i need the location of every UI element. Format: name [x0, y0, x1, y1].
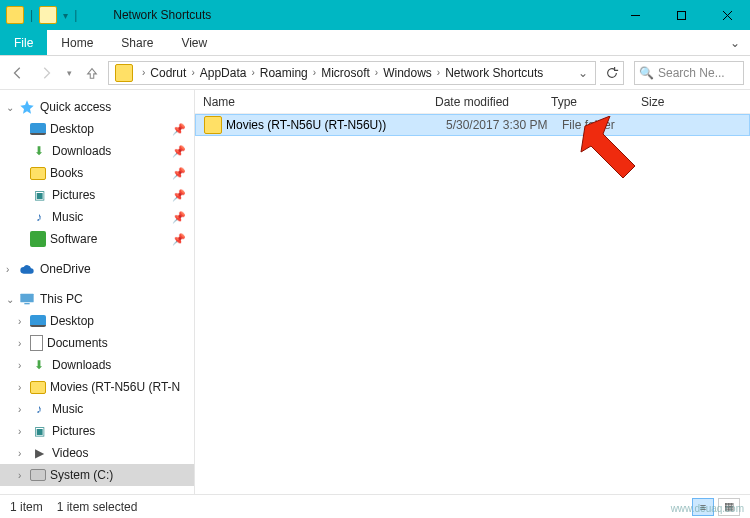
column-headers[interactable]: Name Date modified Type Size	[195, 90, 750, 114]
maximize-button[interactable]	[658, 0, 704, 30]
breadcrumb-item[interactable]: Roaming›	[260, 66, 321, 80]
file-rows: Movies (RT-N56U (RT-N56U)) 5/30/2017 3:3…	[195, 114, 750, 494]
folder-icon	[204, 116, 222, 134]
breadcrumb-item[interactable]: Network Shortcuts	[445, 66, 543, 80]
chevron-right-icon[interactable]: ›	[18, 338, 30, 349]
column-type[interactable]: Type	[543, 95, 633, 109]
watermark: www.deuaq.com	[671, 503, 744, 514]
onedrive-root[interactable]: › OneDrive	[0, 258, 194, 280]
close-button[interactable]	[704, 0, 750, 30]
desktop-icon	[30, 315, 46, 327]
thispc-root[interactable]: ⌄ This PC	[0, 288, 194, 310]
search-icon: 🔍	[639, 66, 654, 80]
chevron-right-icon[interactable]: ›	[18, 426, 30, 437]
ribbon-tabs: File Home Share View ⌄	[0, 30, 750, 56]
status-selected: 1 item selected	[57, 500, 138, 514]
thispc-label: This PC	[40, 292, 83, 306]
cloud-icon	[18, 260, 36, 278]
download-icon: ⬇	[30, 356, 48, 374]
folder-icon	[30, 167, 46, 180]
chevron-right-icon[interactable]: ›	[18, 448, 30, 459]
chevron-right-icon[interactable]: ›	[18, 470, 30, 481]
chevron-down-icon[interactable]: ⌄	[6, 102, 18, 113]
pin-icon: 📌	[172, 145, 190, 158]
software-icon	[30, 231, 46, 247]
file-type: File folder	[562, 118, 652, 132]
back-button[interactable]	[6, 61, 30, 85]
breadcrumb[interactable]: › Codrut› AppData› Roaming› Microsoft› W…	[108, 61, 596, 85]
sidebar-item[interactable]: › Movies (RT-N56U (RT-N	[0, 376, 194, 398]
sidebar-item-label: Desktop	[50, 314, 94, 328]
sidebar-item-label: Desktop	[50, 122, 94, 136]
sidebar-item[interactable]: Books 📌	[0, 162, 194, 184]
music-icon: ♪	[30, 208, 48, 226]
sidebar-item[interactable]: › ▶ Videos	[0, 442, 194, 464]
address-bar: ▾ › Codrut› AppData› Roaming› Microsoft›…	[0, 56, 750, 90]
quick-access-root[interactable]: ⌄ Quick access	[0, 96, 194, 118]
chevron-right-icon[interactable]: ›	[6, 264, 18, 275]
pin-icon: 📌	[172, 123, 190, 136]
download-icon: ⬇	[30, 142, 48, 160]
chevron-right-icon[interactable]: ›	[18, 382, 30, 393]
search-input[interactable]: 🔍 Search Ne...	[634, 61, 744, 85]
file-row[interactable]: Movies (RT-N56U (RT-N56U)) 5/30/2017 3:3…	[195, 114, 750, 136]
sidebar-item[interactable]: › System (C:)	[0, 464, 194, 486]
chevron-right-icon[interactable]: ›	[18, 404, 30, 415]
navigation-tree[interactable]: ⌄ Quick access Desktop 📌 ⬇ Downloads 📌 B…	[0, 90, 195, 494]
breadcrumb-item[interactable]: Microsoft›	[321, 66, 383, 80]
ribbon-expand-icon[interactable]: ⌄	[720, 30, 750, 55]
pictures-icon: ▣	[30, 186, 48, 204]
refresh-button[interactable]	[600, 61, 624, 85]
folder-icon	[6, 6, 24, 24]
chevron-right-icon[interactable]: ›	[18, 360, 30, 371]
column-name[interactable]: Name	[195, 95, 427, 109]
sidebar-item-label: Pictures	[52, 424, 95, 438]
sidebar-item[interactable]: › ▣ Pictures	[0, 420, 194, 442]
sidebar-item[interactable]: ▣ Pictures 📌	[0, 184, 194, 206]
crumb-sep[interactable]: ›	[137, 67, 150, 78]
pin-icon: 📌	[172, 189, 190, 202]
window-title: Network Shortcuts	[83, 8, 612, 22]
sidebar-item[interactable]: › ⬇ Downloads	[0, 354, 194, 376]
sidebar-item[interactable]: › Documents	[0, 332, 194, 354]
svg-rect-5	[24, 303, 29, 304]
breadcrumb-item[interactable]: Codrut›	[150, 66, 199, 80]
sidebar-item-label: Pictures	[52, 188, 95, 202]
column-date[interactable]: Date modified	[427, 95, 543, 109]
tab-view[interactable]: View	[167, 30, 221, 55]
breadcrumb-item[interactable]: AppData›	[200, 66, 260, 80]
tab-home[interactable]: Home	[47, 30, 107, 55]
address-dropdown-icon[interactable]: ⌄	[573, 66, 593, 80]
breadcrumb-item[interactable]: Windows›	[383, 66, 445, 80]
sidebar-item[interactable]: ⬇ Downloads 📌	[0, 140, 194, 162]
sidebar-item[interactable]: › ♪ Music	[0, 398, 194, 420]
sidebar-item[interactable]: Software 📌	[0, 228, 194, 250]
sidebar-item[interactable]: › Desktop	[0, 310, 194, 332]
sidebar-item-label: Downloads	[52, 358, 111, 372]
column-size[interactable]: Size	[633, 95, 703, 109]
file-tab[interactable]: File	[0, 30, 47, 55]
qat-chevron[interactable]: ▾	[61, 10, 70, 21]
sidebar-item[interactable]: ♪ Music 📌	[0, 206, 194, 228]
pc-icon	[18, 290, 36, 308]
recent-dropdown[interactable]: ▾	[62, 61, 76, 85]
tab-share[interactable]: Share	[107, 30, 167, 55]
chevron-right-icon[interactable]: ›	[18, 316, 30, 327]
sidebar-item-label: Movies (RT-N56U (RT-N	[50, 380, 180, 394]
sidebar-item-label: Books	[50, 166, 83, 180]
forward-button[interactable]	[34, 61, 58, 85]
chevron-down-icon[interactable]: ⌄	[6, 294, 18, 305]
pictures-icon: ▣	[30, 422, 48, 440]
quick-access-label: Quick access	[40, 100, 111, 114]
up-button[interactable]	[80, 61, 104, 85]
minimize-button[interactable]	[612, 0, 658, 30]
folder-icon	[30, 381, 46, 394]
sidebar-item-label: Videos	[52, 446, 88, 460]
qat-divider: |	[28, 8, 35, 22]
onedrive-label: OneDrive	[40, 262, 91, 276]
music-icon: ♪	[30, 400, 48, 418]
sidebar-item[interactable]: Desktop 📌	[0, 118, 194, 140]
videos-icon: ▶	[30, 444, 48, 462]
disk-icon	[30, 469, 46, 481]
sidebar-item-label: Documents	[47, 336, 108, 350]
